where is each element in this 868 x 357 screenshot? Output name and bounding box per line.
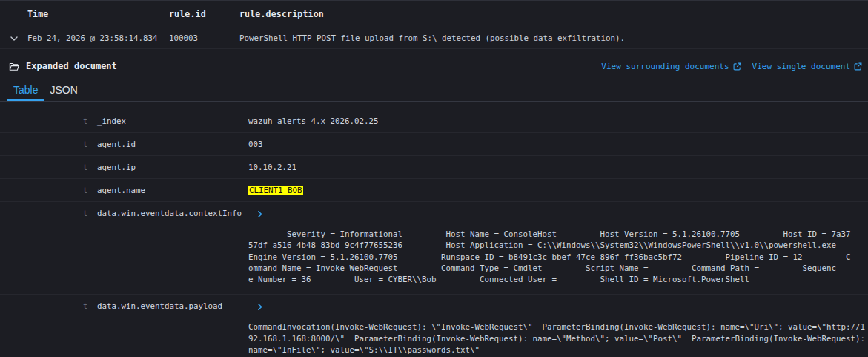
field-table-row[interactable]: t data.win.eventdata.contextInfo Severit… bbox=[0, 202, 868, 295]
field-value-text: CLIENT1-BOB bbox=[248, 186, 303, 195]
document-links: View surrounding documents View single d… bbox=[601, 62, 862, 71]
expanded-document-title-group: Expanded document bbox=[9, 61, 117, 71]
field-type-text-icon: t bbox=[83, 185, 97, 196]
tab-table[interactable]: Table bbox=[7, 80, 44, 101]
field-value-lines: Severity = Informational Host Name = Con… bbox=[248, 229, 862, 289]
document-row[interactable]: Feb 24, 2026 @ 23:58:14.834 100003 Power… bbox=[0, 27, 868, 49]
view-mode-tabs: Table JSON bbox=[0, 80, 868, 102]
field-type-text-icon: t bbox=[83, 301, 97, 312]
field-table-row[interactable]: t data.win.eventdata.payload CommandInvo… bbox=[0, 295, 868, 357]
chevron-down-icon bbox=[10, 34, 19, 43]
column-header-rule-id: rule.id bbox=[169, 1, 206, 27]
field-name: data.win.eventdata.payload bbox=[97, 301, 248, 312]
field-value-text: 003 bbox=[248, 140, 263, 149]
row-rule-id-value: 100003 bbox=[169, 27, 198, 49]
column-header-time: Time bbox=[27, 1, 49, 27]
expand-value-button[interactable] bbox=[256, 303, 264, 311]
field-value: CommandInvocation(Invoke-WebRequest): \"… bbox=[248, 301, 862, 357]
folder-open-icon bbox=[9, 62, 19, 71]
view-surrounding-documents-link[interactable]: View surrounding documents bbox=[601, 62, 741, 71]
field-name: _index bbox=[97, 116, 248, 127]
view-surrounding-documents-label: View surrounding documents bbox=[601, 62, 729, 71]
expanded-document-title: Expanded document bbox=[26, 61, 117, 71]
field-name: data.win.eventdata.contextInfo bbox=[97, 208, 248, 219]
field-name: agent.name bbox=[97, 185, 248, 196]
collapse-row-button[interactable] bbox=[7, 31, 21, 45]
chevron-right-icon bbox=[256, 303, 264, 311]
chevron-right-icon bbox=[256, 210, 264, 218]
view-single-document-link[interactable]: View single document bbox=[752, 62, 862, 71]
field-value: 003 bbox=[248, 139, 862, 150]
field-name: agent.ip bbox=[97, 162, 248, 173]
docs-table-header: Time rule.id rule.description bbox=[0, 0, 868, 27]
external-link-icon bbox=[854, 62, 862, 71]
field-table-row[interactable]: t agent.name CLIENT1-BOB bbox=[0, 179, 868, 202]
field-name: agent.id bbox=[97, 139, 248, 150]
view-single-document-label: View single document bbox=[752, 62, 850, 71]
field-table-row[interactable]: t agent.id 003 bbox=[0, 133, 868, 156]
expand-value-button[interactable] bbox=[256, 210, 264, 218]
external-link-icon bbox=[733, 62, 741, 71]
row-rule-description-value: PowerShell HTTP POST file upload from S:… bbox=[239, 27, 625, 49]
field-value: CLIENT1-BOB bbox=[248, 185, 862, 196]
doc-fields: t _index wazuh-alerts-4.x-2026.02.25 t a… bbox=[0, 110, 868, 357]
field-value: 10.10.2.21 bbox=[248, 162, 862, 173]
field-table-row[interactable]: t _index wazuh-alerts-4.x-2026.02.25 bbox=[0, 110, 868, 133]
field-value: Severity = Informational Host Name = Con… bbox=[248, 208, 862, 289]
field-table-row[interactable]: t agent.ip 10.10.2.21 bbox=[0, 156, 868, 179]
tab-json[interactable]: JSON bbox=[44, 80, 83, 101]
column-header-rule-description: rule.description bbox=[239, 1, 324, 27]
control-column-divider bbox=[0, 1, 10, 27]
field-type-text-icon: t bbox=[83, 139, 97, 150]
field-value: wazuh-alerts-4.x-2026.02.25 bbox=[248, 116, 862, 127]
field-value-lines: CommandInvocation(Invoke-WebRequest): \"… bbox=[248, 321, 862, 357]
field-value-text: 10.10.2.21 bbox=[248, 163, 296, 172]
field-value-text: wazuh-alerts-4.x-2026.02.25 bbox=[248, 117, 379, 126]
field-type-text-icon: t bbox=[83, 162, 97, 173]
expanded-document-header: Expanded document View surrounding docum… bbox=[0, 59, 868, 73]
row-time-value: Feb 24, 2026 @ 23:58:14.834 bbox=[27, 27, 158, 49]
field-type-text-icon: t bbox=[83, 116, 97, 127]
field-type-text-icon: t bbox=[83, 208, 97, 219]
